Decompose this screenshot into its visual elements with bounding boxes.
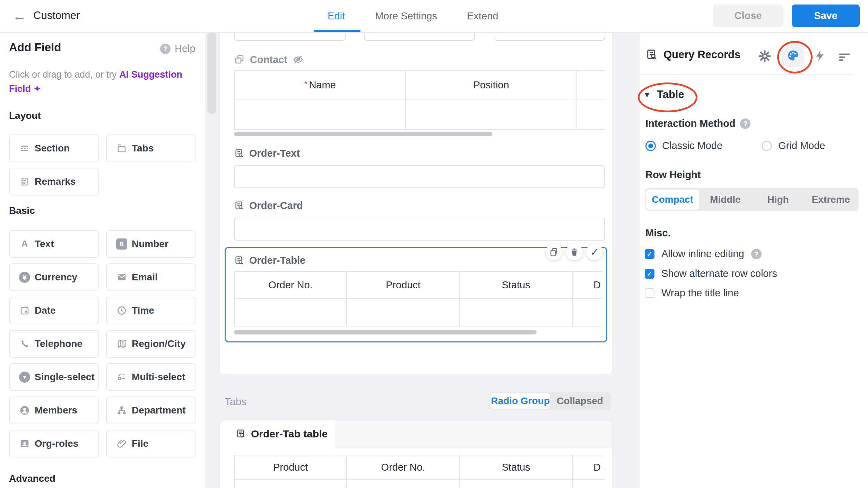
contact-empty-cell[interactable]: [406, 99, 577, 129]
order-tab-col-1: Product: [235, 455, 347, 480]
order-table-scrollbar[interactable]: [234, 330, 537, 334]
field-settings-button[interactable]: [758, 49, 772, 63]
field-button-multi-select[interactable]: Multi-select: [106, 363, 196, 391]
contact-empty-cell[interactable]: [577, 99, 605, 129]
order-tab-empty-cell[interactable]: [573, 480, 605, 488]
order-text-input[interactable]: [234, 165, 605, 188]
text-icon: A: [17, 239, 32, 250]
order-card-input[interactable]: [234, 218, 605, 241]
sidebar-scroll-thumb[interactable]: [207, 32, 216, 114]
checkbox-wrap-title-line[interactable]: [645, 288, 654, 298]
radio-grid-mode[interactable]: [762, 141, 772, 151]
checkbox-allow-inline-editing[interactable]: ✓: [645, 249, 654, 259]
contact-field-header[interactable]: Contact: [234, 54, 304, 66]
order-tab-active-tab[interactable]: Order-Tab table: [220, 420, 335, 448]
query-records-icon: [645, 49, 658, 61]
row-height-high[interactable]: High: [752, 190, 805, 210]
tab-extend[interactable]: Extend: [467, 10, 498, 22]
email-icon: [114, 272, 129, 282]
section-icon: [17, 143, 32, 154]
field-button-members[interactable]: Members: [9, 397, 99, 424]
order-tab-empty-cell[interactable]: [235, 480, 347, 488]
close-button[interactable]: Close: [713, 5, 783, 27]
currency-icon: ¥: [17, 272, 32, 283]
field-button-tabs[interactable]: Tabs: [106, 134, 196, 162]
misc-row-alternate-colors: ✓ Show alternate row colors: [645, 268, 777, 279]
date-icon: [17, 305, 32, 316]
time-icon: [114, 305, 129, 316]
order-tab-empty-cell[interactable]: [460, 480, 573, 488]
department-icon: [114, 405, 129, 416]
order-table-empty-cell[interactable]: [573, 299, 602, 326]
field-button-file[interactable]: File: [106, 430, 196, 458]
field-button-date[interactable]: Date: [9, 297, 99, 324]
confirm-button[interactable]: ✓: [586, 244, 603, 260]
group-title-advanced: Advanced: [9, 473, 55, 484]
cropped-input-1[interactable]: [234, 32, 346, 41]
help-icon[interactable]: ?: [751, 249, 762, 259]
order-tab-empty-cell[interactable]: [347, 480, 460, 488]
order-tab-label: Order-Tab table: [251, 428, 328, 440]
table-section-title: Table: [657, 88, 684, 101]
subtable-icon: [234, 54, 245, 65]
help-icon[interactable]: ?: [740, 119, 750, 129]
cropped-input-3[interactable]: [494, 32, 605, 41]
row-height-compact[interactable]: Compact: [646, 190, 699, 210]
multi-select-icon: [114, 372, 129, 382]
order-table-empty-cell[interactable]: [235, 299, 347, 326]
field-button-currency[interactable]: ¥ Currency: [9, 263, 99, 291]
contact-empty-cell[interactable]: [235, 99, 406, 129]
panel-title: Query Records: [663, 49, 740, 61]
contact-table-scrollbar[interactable]: [234, 132, 492, 136]
field-button-text[interactable]: A Text: [9, 230, 99, 258]
copy-button[interactable]: [546, 244, 562, 260]
back-icon[interactable]: ←: [12, 9, 26, 23]
order-text-field-header[interactable]: Order-Text: [234, 148, 300, 159]
arrange-button[interactable]: [837, 50, 851, 64]
order-table-empty-cell[interactable]: [347, 299, 460, 326]
order-table-empty-cell[interactable]: [460, 299, 573, 326]
order-card-label: Order-Card: [249, 200, 303, 211]
events-button[interactable]: [813, 49, 826, 62]
interaction-method-label: Interaction Method: [645, 118, 735, 129]
field-button-number[interactable]: 6 Number: [106, 230, 196, 258]
order-table-col-3: Status: [460, 272, 573, 299]
order-tab-col-2: Order No.: [347, 455, 460, 480]
tabs-mode-radio-group[interactable]: Radio Group: [491, 393, 550, 409]
field-button-time[interactable]: Time: [106, 297, 196, 324]
style-settings-button[interactable]: [782, 44, 804, 67]
group-title-layout: Layout: [9, 110, 41, 121]
field-button-department[interactable]: Department: [106, 397, 196, 424]
contact-field-label: Contact: [250, 54, 287, 66]
radio-classic-mode[interactable]: [645, 141, 656, 151]
align-lines-icon: [837, 50, 851, 64]
field-button-section[interactable]: Section: [9, 134, 99, 162]
save-button[interactable]: Save: [792, 5, 860, 27]
field-button-single-select[interactable]: ▾ Single-select: [9, 363, 99, 391]
tabs-mode-collapsed[interactable]: Collapsed: [550, 393, 610, 409]
order-table: Order No. Product Status D: [234, 271, 602, 327]
query-records-icon: [234, 201, 244, 211]
field-button-remarks[interactable]: Remarks: [9, 168, 99, 195]
cropped-input-2[interactable]: [364, 32, 475, 41]
query-records-icon: [234, 148, 244, 159]
palette-icon: [787, 49, 800, 62]
order-table-col-1: Order No.: [235, 272, 347, 299]
table-section-toggle[interactable]: ▾ Table: [645, 88, 684, 101]
active-tab-underline: [314, 30, 361, 32]
field-button-email[interactable]: Email: [106, 263, 196, 291]
tabs-icon: [114, 143, 129, 154]
row-height-extreme[interactable]: Extreme: [805, 190, 857, 210]
single-select-icon: ▾: [17, 372, 32, 383]
settings-panel: Query Records ▾ Table Interaction Method…: [640, 32, 868, 488]
field-button-org-roles[interactable]: Org-roles: [9, 430, 99, 458]
field-button-telephone[interactable]: Telephone: [9, 330, 99, 358]
field-button-region[interactable]: Region/City: [106, 330, 196, 358]
row-height-middle[interactable]: Middle: [699, 190, 752, 210]
order-card-field-header[interactable]: Order-Card: [234, 200, 303, 211]
help-link[interactable]: ? Help: [160, 43, 196, 54]
tab-more-settings[interactable]: More Settings: [375, 10, 437, 22]
delete-button[interactable]: [566, 244, 583, 260]
tab-edit[interactable]: Edit: [328, 10, 345, 22]
checkbox-alternate-row-colors[interactable]: ✓: [645, 269, 654, 279]
